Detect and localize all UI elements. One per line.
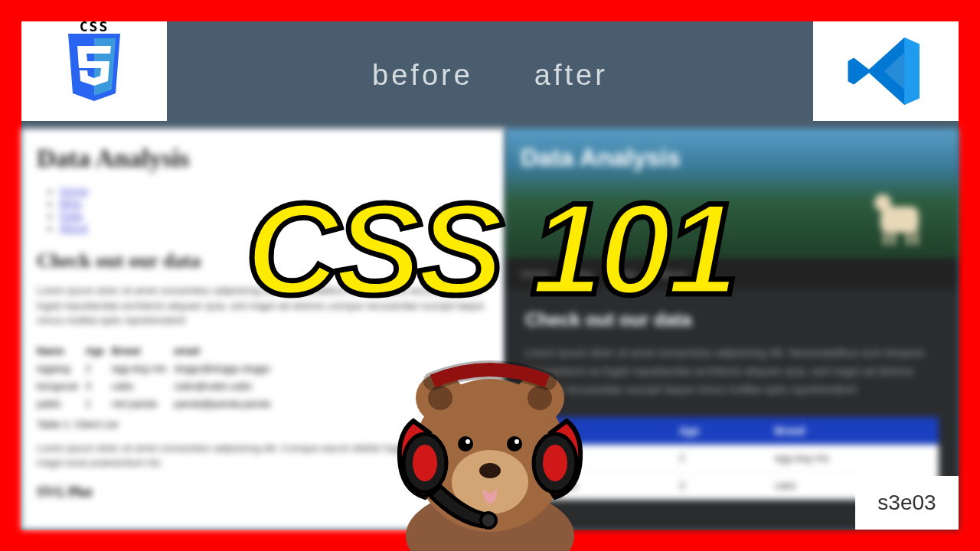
page-title: Data Analysis [37, 144, 490, 173]
before-label: before [372, 59, 473, 92]
data-table: NameAgeBreedemail eggdog2egg-dog mixdogg… [37, 342, 278, 412]
episode-badge: s3e03 [855, 476, 959, 530]
svg-point-16 [481, 513, 496, 528]
page-title: Data Analysis [521, 144, 943, 172]
dog-image [874, 184, 928, 245]
svg-point-11 [479, 463, 501, 478]
svg-point-8 [507, 436, 522, 452]
nav-link[interactable]: Home [60, 185, 88, 197]
vscode-badge [813, 21, 959, 121]
svg-point-14 [413, 445, 437, 481]
css3-shield-icon [64, 34, 125, 106]
svg-point-10 [514, 439, 519, 444]
main-title: CSS 101 [246, 174, 734, 324]
nav-link[interactable]: Blog [60, 197, 81, 210]
mascot-bear-icon [368, 321, 612, 551]
css3-badge: CSS [21, 21, 167, 121]
svg-point-7 [458, 436, 473, 452]
after-label: after [534, 59, 608, 92]
vscode-icon [844, 29, 928, 113]
svg-point-9 [466, 439, 470, 444]
css-label: CSS [80, 18, 109, 34]
nav-link[interactable]: Data [60, 210, 83, 222]
nav-link[interactable]: About [60, 222, 88, 234]
svg-point-15 [543, 445, 567, 481]
episode-label: s3e03 [877, 491, 936, 515]
